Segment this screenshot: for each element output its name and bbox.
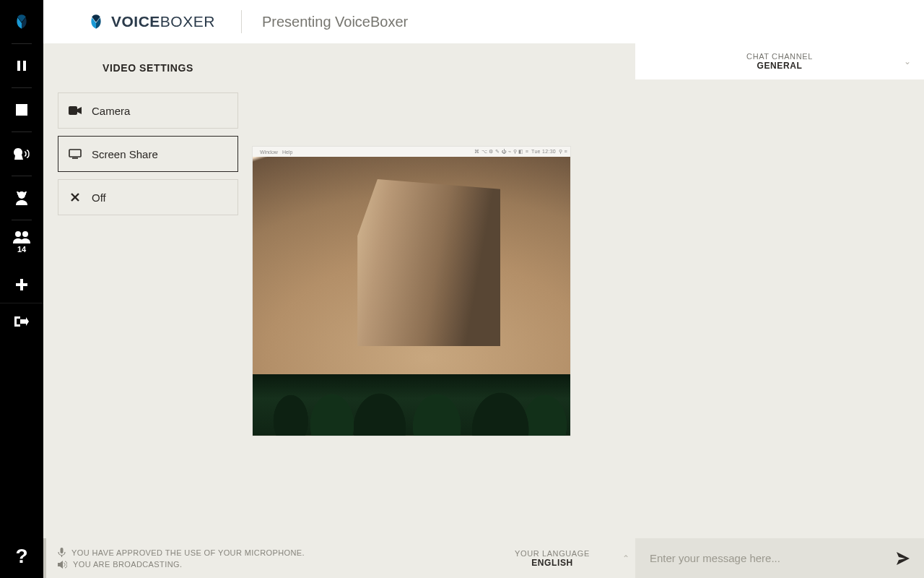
volume-icon [58, 561, 67, 569]
chat-channel-label: CHAT CHANNEL [746, 52, 813, 61]
close-icon [69, 193, 82, 202]
option-screen-share[interactable]: Screen Share [58, 136, 238, 172]
presentation-stage: Window Help ⌘ ⌥ ⚙ ✎ ⏻ ⌁ ⚲ ◧ ≡ Tue 12:30 … [253, 43, 635, 538]
speaker-icon[interactable] [0, 132, 43, 176]
option-screen-share-label: Screen Share [92, 148, 158, 160]
video-settings-panel: VIDEO SETTINGS Camera Screen Share [43, 43, 253, 538]
attendees-button[interactable]: 14 [0, 220, 43, 264]
monitor-icon [69, 149, 82, 159]
screen-share-preview: Window Help ⌘ ⌥ ⚙ ✎ ⏻ ⌁ ⚲ ◧ ≡ Tue 12:30 … [253, 147, 570, 436]
footer: YOU HAVE APPROVED THE USE OF YOUR MICROP… [43, 538, 924, 578]
chevron-up-icon: ⌃ [622, 553, 629, 564]
svg-rect-2 [16, 104, 27, 116]
exit-button[interactable] [0, 303, 43, 340]
svg-rect-10 [69, 106, 77, 115]
chat-panel: CHAT CHANNEL GENERAL ⌄ [635, 43, 924, 538]
option-camera-label: Camera [92, 105, 130, 117]
svg-rect-4 [17, 193, 26, 195]
svg-rect-15 [61, 548, 64, 553]
attendee-count: 14 [17, 245, 26, 254]
chat-input[interactable] [650, 552, 897, 564]
svg-point-7 [22, 231, 28, 237]
brand: VOICEBOXER [87, 12, 215, 31]
camera-icon [69, 106, 82, 115]
page-title: Presenting VoiceBoxer [262, 14, 408, 30]
preview-wallpaper [253, 157, 570, 436]
brand-text: VOICEBOXER [111, 13, 215, 30]
logo-icon[interactable] [0, 0, 43, 43]
svg-rect-1 [23, 61, 26, 71]
interpreter-icon[interactable] [0, 176, 43, 220]
microphone-icon [58, 548, 66, 557]
status-broadcast-text: YOU ARE BROADCASTING. [73, 560, 182, 569]
option-off[interactable]: Off [58, 179, 238, 215]
chat-channel-value: GENERAL [757, 61, 803, 71]
language-selector[interactable]: YOUR LANGUAGE ENGLISH ⌃ [469, 538, 635, 578]
svg-rect-0 [17, 61, 20, 71]
language-label: YOUR LANGUAGE [515, 549, 590, 558]
status-bar: YOU HAVE APPROVED THE USE OF YOUR MICROP… [43, 538, 469, 578]
chat-channel-selector[interactable]: CHAT CHANNEL GENERAL ⌄ [635, 43, 924, 79]
svg-rect-9 [16, 283, 27, 286]
header: VOICEBOXER Presenting VoiceBoxer [43, 0, 924, 43]
chat-compose [635, 538, 924, 578]
pause-button[interactable] [0, 44, 43, 87]
help-button[interactable]: ? [0, 535, 43, 578]
svg-rect-11 [69, 150, 81, 157]
svg-point-6 [15, 231, 21, 237]
main-area: VOICEBOXER Presenting VoiceBoxer VIDEO S… [43, 0, 924, 578]
left-rail: 14 ? [0, 0, 43, 578]
preview-menubar: Window Help ⌘ ⌥ ⚙ ✎ ⏻ ⌁ ⚲ ◧ ≡ Tue 12:30 … [253, 147, 570, 157]
brand-logo-icon [87, 12, 105, 31]
language-value: ENGLISH [531, 558, 573, 568]
option-off-label: Off [92, 191, 106, 204]
video-settings-title: VIDEO SETTINGS [43, 62, 253, 74]
add-button[interactable] [0, 267, 43, 303]
chat-log [635, 79, 924, 538]
stop-button[interactable] [0, 88, 43, 131]
option-camera[interactable]: Camera [58, 92, 238, 129]
status-mic-text: YOU HAVE APPROVED THE USE OF YOUR MICROP… [71, 548, 305, 557]
send-button[interactable] [897, 552, 910, 565]
chevron-down-icon: ⌄ [904, 56, 911, 66]
